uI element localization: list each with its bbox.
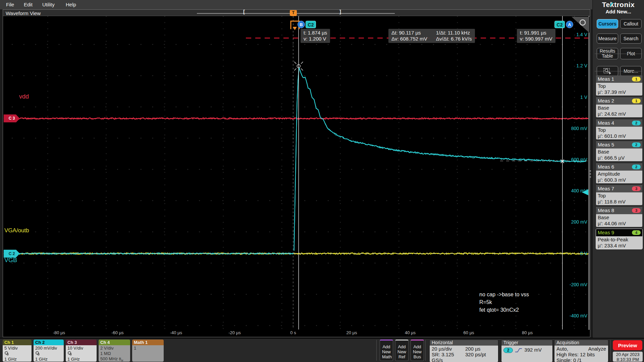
cursors-button[interactable]: Cursors — [597, 19, 618, 28]
cursor-b-readout[interactable]: t: 91.991 µs v: 590.997 mV — [517, 29, 555, 43]
meas-result-meas-7[interactable]: Meas 7 3 Topµ': 118.8 mV — [596, 185, 642, 205]
meas-source-badge: 2 — [632, 121, 641, 125]
meas-values: Topµ': 601.0 mV — [596, 127, 642, 139]
menu-utility[interactable]: Utility — [42, 2, 55, 7]
cursor-a-readout[interactable]: t: 1.874 µs v: 1.200 V — [301, 29, 330, 43]
waveform-view-panel: Waveform View [ ] T t: 1.874 µs v: 1.200… — [3, 9, 590, 337]
y-tick: 1 V — [580, 95, 587, 100]
zoom-window-right-bracket[interactable]: ] — [339, 9, 341, 14]
meas-title: Meas 9 4 — [596, 229, 642, 236]
divider — [610, 340, 611, 361]
graticule[interactable] — [3, 16, 589, 330]
time: 8:10:33 PM — [613, 357, 643, 362]
horizontal-panel[interactable]: Horizontal 20 µs/div200 µs SR: 3.125 GS/… — [429, 340, 498, 362]
horizontal-panel-title: Horizontal — [430, 340, 498, 346]
meas-result-meas-2[interactable]: Meas 2 1 Baseµ': 24.62 mV — [596, 97, 642, 117]
meas-title: Meas 2 1 — [596, 97, 642, 105]
meas-values: Baseµ': 44.06 mV — [596, 214, 642, 227]
callout-annotation[interactable]: no cap ->base to vss R=5k fet qtot= 30nC… — [479, 291, 529, 314]
measure-button[interactable]: Measure — [597, 34, 618, 44]
delta-v: Δv: 608.752 mV — [391, 36, 427, 42]
meas-values: Topµ': 118.8 mV — [596, 192, 642, 205]
meas-values: Peak-to-Peakµ': 233.4 mV — [596, 236, 642, 249]
trigger-position-flag[interactable]: T — [290, 10, 297, 16]
channel-badge-ch-4[interactable]: Ch 4 2 V/div1 MΩ500 MHz Bw — [99, 340, 130, 362]
add-new-bus-button[interactable]: AddNewBus — [411, 340, 424, 361]
annotation-line-1: no cap ->base to vss — [479, 291, 529, 298]
delta-v-over-delta-t: Δv/Δt: 6.76 kV/s — [436, 36, 472, 42]
zoom-window-left-bracket[interactable]: [ — [243, 9, 245, 14]
cursor-delta-readout[interactable]: Δt: 90.117 µs 1/Δt: 11.10 kHz Δv: 608.75… — [388, 29, 475, 43]
sample-resolution: 320 ps/pt — [465, 352, 486, 362]
menu-file[interactable]: File — [6, 2, 14, 7]
channel-settings: 2 V/div1 MΩ500 MHz Bw — [99, 345, 130, 362]
add-new-math-button[interactable]: AddNewMath — [380, 340, 393, 361]
meas-result-meas-6[interactable]: Meas 6 2 Amplitudeµ': 600.3 mV — [596, 163, 642, 183]
channel-badge-ch-1[interactable]: Ch 1 5 V/div 1 GHz — [3, 340, 32, 362]
oscilloscope-screen: FileEditUtilityHelp Waveform View [ ] T … — [0, 0, 644, 362]
rising-edge-icon — [515, 348, 522, 353]
cursor-a-time: t: 1.874 µs — [304, 30, 327, 36]
search-button[interactable]: Search — [620, 34, 642, 44]
meas-source-badge: 1 — [632, 99, 641, 103]
y-tick: -200 mV — [570, 282, 587, 287]
cursor-a-handle-badge[interactable]: A — [566, 21, 573, 28]
tektronix-logo: Tektronix — [593, 1, 644, 9]
meas-result-meas-8[interactable]: Meas 8 3 Baseµ': 44.06 mV — [596, 207, 642, 227]
meas-source-badge: 3 — [632, 186, 641, 191]
acquisition-analyze: Analyze — [588, 346, 606, 352]
y-tick: 0 V — [580, 251, 587, 256]
channel-settings: 1 — [132, 345, 164, 362]
sidebar: Tektronix Add New... CursorsCalloutMeasu… — [592, 0, 644, 338]
y-tick: 800 mV — [571, 126, 587, 131]
panel-drag-handle[interactable] — [590, 169, 591, 179]
meas-result-meas-9[interactable]: Meas 9 4 Peak-to-Peakµ': 233.4 mV — [596, 229, 642, 249]
add-new-ref-button[interactable]: AddNewRef — [395, 340, 409, 361]
sample-rate: SR: 3.125 GS/s — [432, 352, 465, 362]
cursor-source-c2-badge-right[interactable]: C2 — [554, 21, 565, 28]
meas-source-badge: 4 — [632, 230, 641, 235]
x-tick--40µs: -40 µs — [170, 330, 182, 335]
channel-settings: 200 mV/div 1 GHz — [34, 345, 64, 362]
y-tick: 600 mV — [571, 157, 587, 162]
cursor-b-handle-badge[interactable]: B — [298, 21, 305, 28]
channel-name: Ch 2 — [34, 340, 64, 345]
acquisition-resolution: High Res: 12 bits — [556, 352, 606, 357]
cursor-a-voltage: v: 1.200 V — [304, 36, 327, 42]
datetime-display: 20 Apr 2023 8:10:33 PM — [613, 352, 643, 362]
meas-result-meas-5[interactable]: Meas 5 2 Baseµ': 666.5 µV — [596, 141, 642, 161]
x-tick-60µs: 60 µs — [464, 330, 474, 335]
x-tick-20µs: 20 µs — [346, 330, 357, 335]
meas-source-badge: 1 — [632, 77, 641, 81]
meas-source-badge: 2 — [632, 142, 641, 147]
delta-t: Δt: 90.117 µs — [391, 30, 427, 36]
bottom-settings-bar: Ch 1 5 V/div 1 GHz Ch 2 200 mV/div 1 GHz… — [0, 338, 644, 362]
channel-badge-ch-2[interactable]: Ch 2 200 mV/div 1 GHz — [34, 340, 64, 362]
sidebar-divider — [595, 54, 642, 54]
trigger-panel[interactable]: Trigger 2 392 mV — [501, 340, 553, 362]
trigger-source-badge: 2 — [503, 348, 513, 353]
inverse-delta-t: 1/Δt: 11.10 kHz — [436, 30, 472, 36]
meas-title: Meas 7 3 — [596, 185, 642, 192]
channel-name: Ch 4 — [99, 340, 130, 345]
cursor-source-c2-badge[interactable]: C2 — [306, 21, 316, 28]
meas-title: Meas 1 1 — [596, 75, 642, 83]
cursor-b-time: t: 91.991 µs — [520, 30, 552, 36]
channel-badge-ch-3[interactable]: Ch 3 10 V/div 1 GHz — [66, 340, 97, 362]
x-tick-0s: 0 s — [290, 330, 296, 335]
meas-result-meas-4[interactable]: Meas 4 2 Topµ': 601.0 mV — [596, 119, 642, 139]
meas-values: Topµ': 37.39 mV — [596, 83, 642, 96]
waveform-view-tab[interactable]: Waveform View — [6, 10, 41, 16]
acquisition-panel[interactable]: Acquisition Auto,Analyze High Res: 12 bi… — [554, 340, 608, 362]
y-tick: 1.2 V — [576, 63, 587, 68]
meas-result-meas-1[interactable]: Meas 1 1 Topµ': 37.39 mV — [596, 75, 642, 96]
meas-title: Meas 5 2 — [596, 141, 642, 148]
preview-button[interactable]: Preview — [613, 340, 642, 350]
channel-name: Ch 3 — [66, 340, 97, 345]
menu-edit[interactable]: Edit — [24, 2, 33, 7]
channel-badge-math-1[interactable]: Math 1 1 — [132, 340, 164, 362]
menu-help[interactable]: Help — [66, 2, 76, 7]
x-tick--60µs: -60 µs — [111, 330, 123, 335]
probe-icon — [67, 351, 72, 355]
callout-button[interactable]: Callout — [620, 19, 642, 28]
